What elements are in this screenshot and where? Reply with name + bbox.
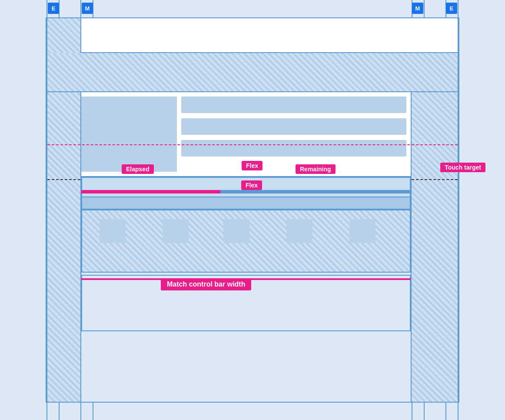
outer-right-strip [458,17,505,403]
icon-5 [349,219,375,243]
flex-label-2: Flex [241,180,262,190]
label-m-left: M [82,3,93,14]
flex-label-1: Flex [242,161,262,170]
icons-section [81,210,411,273]
label-m-right: M [412,3,423,14]
icon-3 [223,219,249,243]
flex-bar-section [81,197,411,210]
main-canvas: E M M E [0,0,505,420]
content-lines [181,97,406,172]
label-e-right: E [446,3,457,14]
content-line-1 [181,97,406,113]
remaining-label: Remaining [296,164,336,174]
pink-dashed-line [47,144,458,145]
touch-target-label: Touch target [440,163,485,172]
label-e-left: E [48,3,59,14]
main-layout-box [47,17,458,403]
content-image-placeholder [81,97,177,172]
hatched-section [47,53,458,92]
icon-1 [100,219,126,243]
elapsed-label: Elapsed [122,164,154,174]
hatched-fill [47,53,458,91]
icon-4 [286,219,312,243]
content-line-2 [181,118,406,135]
icon-2 [163,219,189,243]
header-section [81,18,458,53]
content-line-3 [181,140,406,157]
match-control-label: Match control bar width [161,278,251,290]
icons-bg [82,210,410,272]
outer-left-strip [0,17,47,403]
progress-bar-fill [81,190,220,193]
icon-6 [410,219,411,243]
